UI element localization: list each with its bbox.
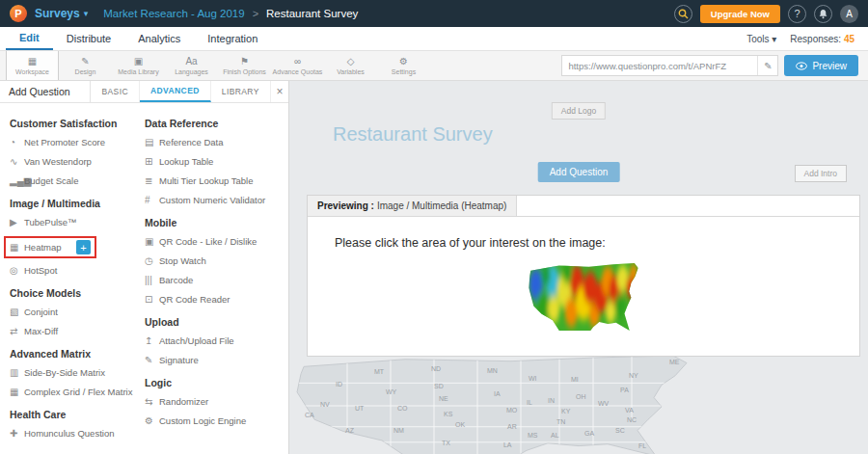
barcode-icon: |||: [145, 275, 159, 285]
toolbar-item-workspace[interactable]: ▦Workspace: [6, 51, 59, 80]
question-type-homunculus-question[interactable]: ✚Homunculus Question: [10, 428, 145, 439]
search-icon: [678, 9, 689, 19]
state-label-va: VA: [625, 407, 634, 414]
preview-button[interactable]: Preview: [784, 55, 858, 76]
usa-heatmap-image[interactable]: [527, 263, 640, 331]
state-label-sd: SD: [434, 383, 444, 389]
question-type-label: Randomizer: [159, 396, 208, 407]
edit-url-button[interactable]: ✎: [757, 56, 777, 75]
question-type-barcode[interactable]: |||Barcode: [145, 275, 279, 285]
notifications-button[interactable]: [814, 5, 832, 23]
randomizer-icon: ⇆: [145, 396, 159, 407]
toolbar-item-advance-quotas[interactable]: ∞Advance Quotas: [271, 51, 324, 80]
question-type-randomizer[interactable]: ⇆Randomizer: [145, 396, 279, 407]
budget-scale-icon: ▂▄▆: [10, 175, 24, 186]
survey-url-input[interactable]: [562, 61, 757, 71]
chevron-down-icon[interactable]: ▾: [84, 9, 89, 18]
question-type-heatmap[interactable]: ▦Heatmap+: [4, 236, 96, 258]
attach-upload-file-icon: ↥: [145, 335, 159, 346]
breadcrumb-current: Restaurant Survey: [266, 8, 358, 19]
panel-tab-advanced[interactable]: ADVANCED: [140, 81, 211, 102]
nav-tab-distribute[interactable]: Distribute: [53, 27, 124, 50]
upgrade-now-button[interactable]: Upgrade Now: [700, 5, 780, 23]
breadcrumb-parent[interactable]: Market Research - Aug 2019: [103, 8, 244, 19]
question-type-max-diff[interactable]: ⇄Max-Diff: [10, 326, 145, 336]
tools-menu[interactable]: Tools ▾: [746, 34, 776, 44]
question-type-van-westendorp[interactable]: ∿Van Westendorp: [10, 156, 145, 167]
panel-column-1: Customer Satisfaction◔Net Promoter Score…: [10, 106, 145, 447]
question-type-label: Van Westendorp: [24, 156, 92, 167]
question-preview-box: Previewing : Image / Multimedia (Heatmap…: [307, 195, 860, 357]
question-type-label: Stop Watch: [159, 255, 206, 266]
add-logo-button[interactable]: Add Logo: [552, 102, 606, 120]
nav-tab-integration[interactable]: Integration: [194, 27, 271, 50]
question-type-label: Net Promoter Score: [24, 137, 105, 147]
state-label-al: AL: [551, 432, 559, 439]
add-heatmap-question-button[interactable]: +: [76, 240, 91, 254]
state-label-me: ME: [669, 360, 680, 366]
responses-count[interactable]: Responses: 45: [790, 34, 854, 44]
media-library-icon: ▣: [134, 56, 143, 67]
question-type-side-by-side-matrix[interactable]: ▥Side-By-Side Matrix: [10, 367, 145, 378]
question-type-signature[interactable]: ✎Signature: [145, 355, 279, 365]
question-type-multi-tier-lookup-table[interactable]: ≣Multi Tier Lookup Table: [145, 175, 279, 186]
complex-grid-flex-matrix-icon: ▦: [10, 387, 24, 397]
workspace-icon: ▦: [28, 56, 37, 67]
nav-tab-edit[interactable]: Edit: [6, 27, 53, 50]
question-type-custom-numeric-validator[interactable]: #Custom Numeric Validator: [145, 195, 279, 205]
product-name[interactable]: Surveys: [35, 7, 80, 20]
question-type-budget-scale[interactable]: ▂▄▆Budget Scale: [10, 175, 145, 186]
panel-tab-basic[interactable]: BASIC: [91, 81, 140, 102]
toolbar-item-label: Settings: [392, 68, 416, 75]
question-type-qr-code-like-dislike[interactable]: ▣QR Code - Like / Dislike: [145, 236, 279, 247]
survey-title[interactable]: Restaurant Survey: [333, 123, 493, 146]
question-type-label: Max-Diff: [24, 326, 58, 336]
search-button[interactable]: [674, 5, 692, 23]
state-label-wi: WI: [529, 375, 537, 382]
languages-icon: Aa: [185, 56, 197, 67]
question-type-complex-grid-flex-matrix[interactable]: ▦Complex Grid / Flex Matrix: [10, 387, 145, 397]
toolbar-item-finish-options[interactable]: ⚑Finish Options: [218, 51, 271, 80]
question-type-label: QR Code Reader: [159, 294, 230, 305]
toolbar-item-settings[interactable]: ⚙Settings: [377, 51, 430, 80]
toolbar-item-languages[interactable]: AaLanguages: [165, 51, 218, 80]
help-button[interactable]: ?: [788, 5, 806, 23]
toolbar-item-design[interactable]: ✎Design: [59, 51, 112, 80]
question-type-label: Complex Grid / Flex Matrix: [24, 387, 132, 397]
question-type-label: Heatmap: [24, 242, 62, 253]
toolbar-item-label: Advance Quotas: [273, 68, 323, 75]
question-type-tubepulse[interactable]: ▶TubePulse™: [10, 217, 145, 227]
user-avatar[interactable]: A: [840, 5, 858, 23]
panel-tab-library[interactable]: LIBRARY: [211, 81, 271, 102]
question-type-label: Lookup Table: [159, 156, 213, 167]
state-label-wy: WY: [386, 388, 397, 395]
question-type-stop-watch[interactable]: ◷Stop Watch: [145, 255, 279, 266]
question-type-hotspot[interactable]: ◎HotSpot: [10, 265, 145, 276]
question-type-qr-code-reader[interactable]: ⊡QR Code Reader: [145, 294, 279, 305]
add-intro-button[interactable]: Add Intro: [795, 165, 848, 182]
question-type-net-promoter-score[interactable]: ◔Net Promoter Score: [10, 137, 145, 147]
question-type-label: Conjoint: [24, 307, 58, 317]
toolbar-item-variables[interactable]: ◇Variables: [324, 51, 377, 80]
toolbar-item-media-library[interactable]: ▣Media Library: [112, 51, 165, 80]
state-label-ga: GA: [584, 430, 595, 437]
question-type-label: Homunculus Question: [24, 428, 114, 439]
nav-tab-analytics[interactable]: Analytics: [124, 27, 194, 50]
questionpro-logo-icon[interactable]: P: [10, 5, 27, 22]
toolbar-item-label: Media Library: [118, 68, 158, 75]
preview-tab: Previewing : Image / Multimedia (Heatmap…: [308, 196, 517, 216]
question-type-reference-data[interactable]: ▤Reference Data: [145, 137, 279, 147]
us-map-background: MTNDMNWIMIMENYIDWYSDIAILINOHPANVUTCONEMO…: [289, 356, 868, 454]
signature-icon: ✎: [145, 355, 159, 365]
question-type-attach-upload-file[interactable]: ↥Attach/Upload File: [145, 335, 279, 346]
homunculus-question-icon: ✚: [10, 428, 24, 439]
question-type-label: Multi Tier Lookup Table: [159, 175, 254, 186]
top-bar: P Surveys ▾ Market Research - Aug 2019 >…: [0, 0, 868, 27]
add-question-button[interactable]: Add Question: [538, 162, 620, 182]
question-type-custom-logic-engine[interactable]: ⚙Custom Logic Engine: [145, 415, 279, 426]
state-label-tn: TN: [556, 418, 565, 425]
close-panel-button[interactable]: ×: [271, 81, 288, 102]
question-type-conjoint[interactable]: ▧Conjoint: [10, 307, 145, 317]
question-type-lookup-table[interactable]: ⊞Lookup Table: [145, 156, 279, 167]
state-label-oh: OH: [576, 394, 586, 401]
